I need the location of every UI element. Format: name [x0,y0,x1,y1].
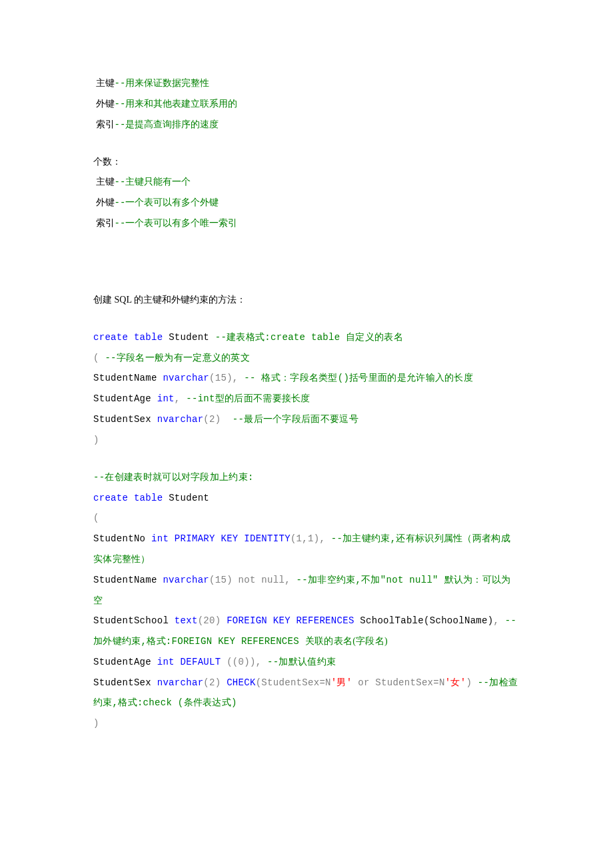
label-index: 索引 [93,218,115,228]
label-index: 索引 [93,119,115,129]
kw-key: KEY [215,533,239,544]
paren: ( [93,353,99,363]
paren: ( [93,508,520,529]
kw-table: table [128,493,163,503]
spacer [93,234,520,290]
comment: --建表格式: [215,332,271,343]
comma: , [175,393,181,404]
ident: StudentName [93,575,163,585]
code-line: create table Student [93,488,520,509]
kw-not: not [239,575,256,585]
comment: create table [271,332,346,343]
kw-foreign: FOREIGN [227,615,267,626]
string-literal: '女' [445,677,466,688]
code-line: ) [93,430,520,451]
comment: --用来和其他表建立联系用的 [115,99,238,109]
text-line: 索引--是提高查询排序的速度 [93,115,520,135]
paren: (1,1) [291,533,320,544]
ident: StudentNo [93,533,151,544]
label-fk: 外键 [93,197,115,207]
code-line: StudentName nvarchar(15) not null, --加非空… [93,570,520,611]
text-line: 主键--用来保证数据完整性 [93,73,520,94]
spacer [93,451,520,467]
comma: , [285,575,291,585]
ident: Student [163,493,209,503]
comment: 关联的表名(字段名) [305,636,388,646]
paren: (15) [209,575,239,585]
comment: --一个表可以有多个外键 [115,197,219,208]
expr: StudentSex=N [370,677,445,688]
kw-table: table [128,332,163,343]
kw-int: int [157,393,175,404]
paren: (20) [198,615,227,626]
comma: , [233,373,239,383]
comment: 自定义的表名 [346,332,403,342]
paren: ) [466,677,472,688]
paren: (15) [209,373,233,383]
ident: Student [163,332,215,343]
paren: ) [93,713,520,734]
kw-nvarchar: nvarchar [163,575,209,585]
label-fk: 外键 [93,99,115,109]
kw-create: create [93,332,128,343]
comment: check (条件表达式) [143,697,237,708]
ident: StudentAge [93,657,157,667]
section-title: 个数： [93,152,520,173]
kw-identity: IDENTITY [239,533,291,544]
spacer [93,311,520,327]
kw-default: DEFAULT [175,657,221,667]
kw-int: int [151,533,169,544]
kw-references: REFERENCES [291,615,354,626]
kw-nvarchar: nvarchar [163,373,209,383]
kw-nvarchar: nvarchar [157,677,204,688]
paren: (2) [203,677,227,688]
code-line: create table Student --建表格式:create table… [93,327,520,348]
label-pk: 主键 [93,177,115,187]
label-pk: 主键 [93,78,115,88]
code-line: StudentNo int PRIMARY KEY IDENTITY(1,1),… [93,529,520,570]
ident: StudentSex [93,677,157,688]
comment: --int型的后面不需要接长度 [181,393,310,404]
section-title: 创建 SQL 的主键和外键约束的方法： [93,290,520,311]
kw-or: or [352,677,370,688]
ident: StudentSchool [93,615,175,626]
comment: --用来保证数据完整性 [115,78,210,89]
comma: , [493,615,499,626]
text-line: 外键--一个表可以有多个外键 [93,193,520,213]
paren: ((0)) [221,657,255,667]
expr: (StudentSex=N [256,677,331,688]
text-line: 外键--用来和其他表建立联系用的 [93,94,520,115]
comma: , [319,533,325,544]
spacer [93,135,520,151]
comment: --字段名一般为有一定意义的英文 [99,353,250,363]
ident: StudentSex [93,414,157,425]
comment: --一个表可以有多个唯一索引 [115,218,238,229]
comment: --最后一个字段后面不要逗号 [227,414,358,425]
kw-text: text [175,615,198,626]
comment: --是提高查询排序的速度 [115,119,219,130]
kw-int: int [157,657,175,667]
kw-nvarchar: nvarchar [157,414,204,425]
comment: --加默认值约束 [261,657,336,667]
code-line: StudentSchool text(20) FOREIGN KEY REFER… [93,611,520,652]
kw-primary: PRIMARY [169,533,215,544]
ident: StudentAge [93,393,157,404]
ident: SchoolTable(SchoolName) [354,615,494,626]
code-line: StudentSex nvarchar(2) --最后一个字段后面不要逗号 [93,409,520,430]
code-line: StudentAge int DEFAULT ((0)), --加默认值约束 [93,652,520,673]
kw-null: null [256,575,285,585]
kw-key: KEY [267,615,291,626]
text-line: 主键--主键只能有一个 [93,172,520,193]
string-literal: '男' [331,677,352,688]
kw-create: create [93,493,128,503]
paren: (2) [203,414,227,425]
comment: -- 格式：字段名类型()括号里面的是允许输入的长度 [239,373,474,383]
document-page: 主键--用来保证数据完整性 外键--用来和其他表建立联系用的 索引--是提高查询… [0,0,613,868]
code-line: ( --字段名一般为有一定意义的英文 [93,348,520,369]
comment: FOREIGN KEY REFERENCES [172,636,305,647]
code-line: StudentAge int, --int型的后面不需要接长度 [93,389,520,409]
code-line: StudentSex nvarchar(2) CHECK(StudentSex=… [93,673,520,714]
code-line: StudentName nvarchar(15), -- 格式：字段名类型()括… [93,368,520,389]
kw-check: CHECK [227,677,256,688]
ident: StudentName [93,373,163,383]
